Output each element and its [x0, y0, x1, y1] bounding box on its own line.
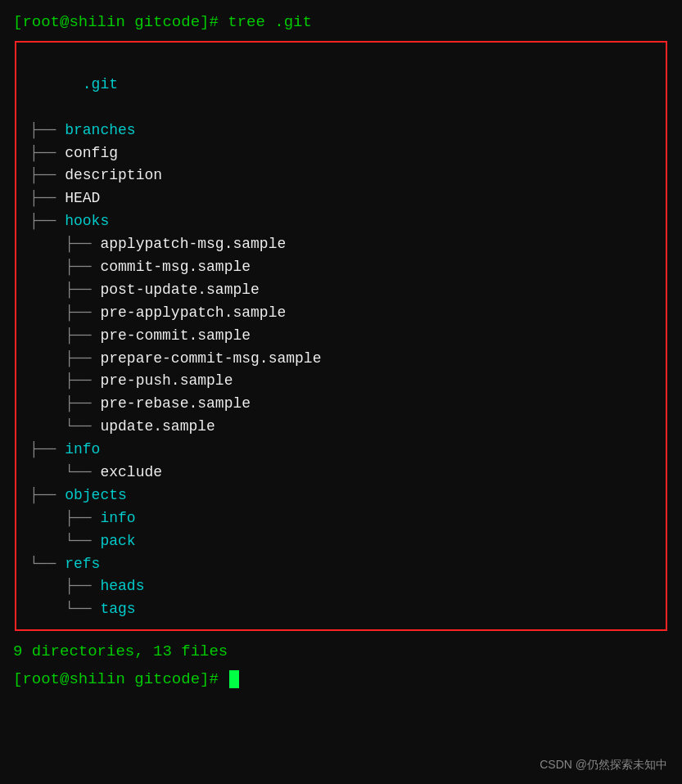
tree-line: ├── pre-rebase.sample [29, 393, 653, 416]
tree-line: ├── info [29, 507, 653, 530]
tree-line: ├── objects [29, 484, 653, 507]
tree-line: └── refs [29, 553, 653, 576]
tree-line: └── pack [29, 530, 653, 553]
tree-line: ├── HEAD [29, 187, 653, 210]
tree-item-name: refs [65, 556, 100, 572]
tree-item-name: applypatch-msg.sample [100, 236, 286, 252]
tree-connector: └── [29, 418, 100, 435]
tree-connector: ├── [29, 510, 100, 526]
prompt-text: [root@shilin gitcode]# [13, 670, 228, 688]
tree-item-name: pre-rebase.sample [100, 395, 251, 412]
tree-item-name: HEAD [65, 190, 100, 206]
tree-connector: ├── [29, 372, 100, 389]
tree-connector: ├── [29, 236, 100, 252]
tree-line: └── exclude [29, 462, 653, 484]
tree-connector: ├── [29, 350, 100, 367]
tree-line: └── update.sample [29, 416, 653, 439]
tree-line: └── tags [29, 598, 653, 621]
tree-item-name: post-update.sample [100, 282, 259, 298]
tree-line: ├── post-update.sample [29, 279, 653, 302]
tree-item-name: pack [100, 533, 135, 549]
tree-connector: ├── [29, 327, 100, 344]
tree-item-name: prepare-commit-msg.sample [100, 350, 321, 367]
command-line: [root@shilin gitcode]# tree .git [0, 8, 682, 36]
tree-connector: ├── [29, 213, 65, 229]
tree-line: ├── branches [29, 119, 653, 142]
tree-connector: ├── [29, 145, 65, 161]
tree-connector: └── [29, 533, 100, 549]
tree-connector: ├── [29, 122, 65, 138]
tree-connector: ├── [29, 487, 65, 503]
tree-connector: ├── [29, 304, 100, 321]
summary-line: 9 directories, 13 files [0, 636, 682, 667]
tree-item-name: tags [100, 601, 135, 617]
tree-container: .git ├── branches├── config├── descripti… [15, 41, 667, 631]
tree-item-name: config [65, 145, 118, 161]
tree-connector: ├── [29, 441, 65, 457]
watermark: CSDN @仍然探索未知中 [540, 758, 667, 773]
tree-item-name: heads [100, 578, 144, 594]
tree-line: ├── config [29, 142, 653, 165]
tree-item-name: pre-push.sample [100, 372, 233, 389]
tree-connector: ├── [29, 259, 100, 275]
tree-connector: ├── [29, 167, 65, 183]
tree-root: .git [29, 51, 653, 119]
tree-connector: └── [29, 464, 100, 480]
tree-connector: └── [29, 601, 100, 617]
root-dir-name: .git [83, 76, 118, 92]
tree-connector: ├── [29, 578, 100, 594]
tree-line: ├── pre-push.sample [29, 370, 653, 393]
tree-connector: ├── [29, 395, 100, 412]
tree-line: ├── applypatch-msg.sample [29, 233, 653, 256]
tree-item-name: info [100, 510, 135, 526]
tree-connector: ├── [29, 282, 100, 298]
tree-line: ├── description [29, 164, 653, 187]
tree-item-name: info [65, 441, 100, 457]
prompt-line: [root@shilin gitcode]# [0, 667, 682, 692]
tree-line: ├── pre-applypatch.sample [29, 302, 653, 325]
tree-item-name: exclude [100, 464, 162, 480]
cursor [229, 670, 239, 688]
tree-item-name: branches [65, 122, 135, 138]
tree-line: ├── commit-msg.sample [29, 256, 653, 279]
tree-line: ├── pre-commit.sample [29, 325, 653, 348]
tree-line: ├── info [29, 439, 653, 462]
tree-item-name: update.sample [100, 418, 215, 435]
tree-connector: ├── [29, 190, 65, 206]
tree-item-name: description [65, 167, 162, 183]
tree-line: ├── hooks [29, 210, 653, 233]
tree-line: ├── heads [29, 575, 653, 598]
tree-item-name: objects [65, 487, 127, 503]
terminal: [root@shilin gitcode]# tree .git .git ├─… [0, 0, 682, 784]
tree-item-name: commit-msg.sample [100, 259, 251, 275]
tree-connector: └── [29, 556, 65, 572]
tree-item-name: pre-commit.sample [100, 327, 251, 344]
tree-item-name: hooks [65, 213, 109, 229]
tree-line: ├── prepare-commit-msg.sample [29, 348, 653, 371]
tree-item-name: pre-applypatch.sample [100, 304, 286, 321]
